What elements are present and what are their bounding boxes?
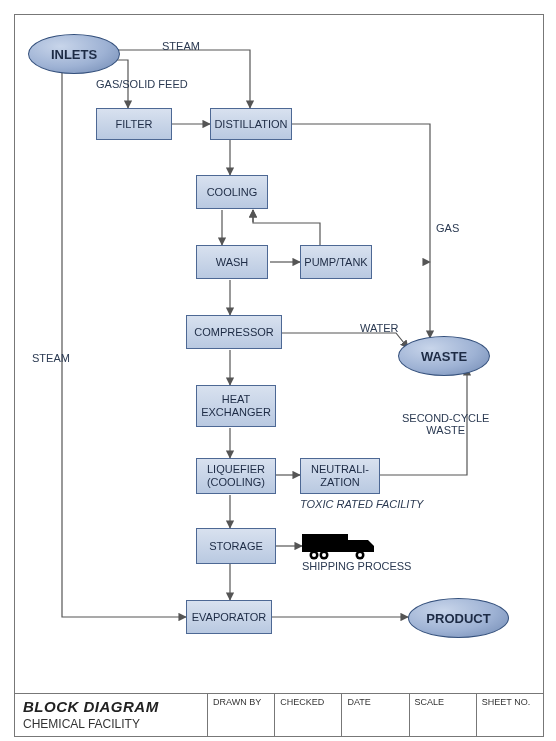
- node-evaporator: EVAPORATOR: [186, 600, 272, 634]
- node-pumptank: PUMP/TANK: [300, 245, 372, 279]
- node-label: COOLING: [207, 186, 258, 199]
- node-cooling: COOLING: [196, 175, 268, 209]
- node-label: FILTER: [115, 118, 152, 131]
- edge-label-steam-left: STEAM: [32, 352, 70, 364]
- tb-date: DATE: [342, 694, 409, 736]
- edge-label-water: WATER: [360, 322, 399, 334]
- node-label: WASTE: [421, 349, 467, 364]
- svg-point-3: [312, 553, 316, 557]
- svg-rect-1: [348, 540, 368, 552]
- diagram-canvas: INLETS WASTE PRODUCT FILTER DISTILLATION…: [0, 0, 556, 741]
- node-label: PUMP/TANK: [304, 256, 367, 269]
- truck-icon: [302, 528, 380, 562]
- node-waste: WASTE: [398, 336, 490, 376]
- tb-checked: CHECKED: [275, 694, 342, 736]
- svg-rect-0: [302, 534, 348, 552]
- edge-label-gas: GAS: [436, 222, 459, 234]
- node-label: DISTILLATION: [214, 118, 287, 131]
- edge-label-gas-solid-feed: GAS/SOLID FEED: [96, 78, 188, 90]
- node-filter: FILTER: [96, 108, 172, 140]
- title-line2: CHEMICAL FACILITY: [23, 717, 199, 731]
- node-inlets: INLETS: [28, 34, 120, 74]
- tb-sheet-no: SHEET NO.: [477, 694, 543, 736]
- label-toxic-facility: TOXIC RATED FACILITY: [300, 498, 423, 510]
- svg-point-5: [322, 553, 326, 557]
- tb-drawn-by: DRAWN BY: [208, 694, 275, 736]
- title-block-main: BLOCK DIAGRAM CHEMICAL FACILITY: [15, 694, 208, 736]
- node-label: NEUTRALI- ZATION: [311, 463, 369, 488]
- node-label: WASH: [216, 256, 249, 269]
- node-neutralization: NEUTRALI- ZATION: [300, 458, 380, 494]
- node-label: HEAT EXCHANGER: [201, 393, 271, 418]
- node-wash: WASH: [196, 245, 268, 279]
- node-product: PRODUCT: [408, 598, 509, 638]
- node-label: STORAGE: [209, 540, 263, 553]
- node-label: EVAPORATOR: [192, 611, 267, 624]
- node-label: PRODUCT: [426, 611, 490, 626]
- node-label: INLETS: [51, 47, 97, 62]
- title-line1: BLOCK DIAGRAM: [23, 698, 199, 715]
- node-label: LIQUEFIER (COOLING): [207, 463, 265, 488]
- node-compressor: COMPRESSOR: [186, 315, 282, 349]
- edge-label-second-cycle: SECOND-CYCLE WASTE: [402, 412, 489, 436]
- tb-scale: SCALE: [410, 694, 477, 736]
- edge-label-steam-top: STEAM: [162, 40, 200, 52]
- node-storage: STORAGE: [196, 528, 276, 564]
- title-block: BLOCK DIAGRAM CHEMICAL FACILITY DRAWN BY…: [14, 693, 544, 737]
- node-heat-exchanger: HEAT EXCHANGER: [196, 385, 276, 427]
- node-label: COMPRESSOR: [194, 326, 273, 339]
- svg-point-7: [358, 553, 362, 557]
- node-liquefier: LIQUEFIER (COOLING): [196, 458, 276, 494]
- node-distillation: DISTILLATION: [210, 108, 292, 140]
